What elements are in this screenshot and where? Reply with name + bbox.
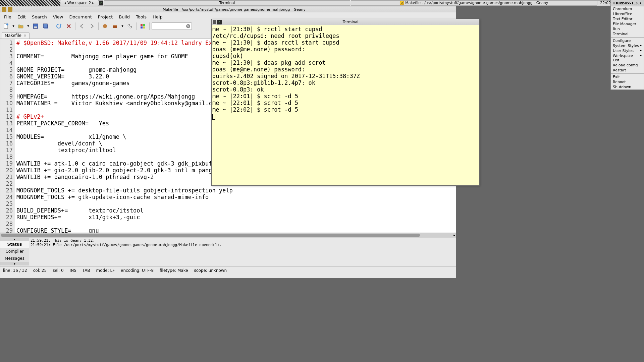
status-line: line: 16 / 32 <box>3 268 27 273</box>
workspace-prev-button[interactable]: ◄ <box>62 1 67 5</box>
menu-item-exit[interactable]: Exit <box>611 74 644 79</box>
menu-item-file-manager[interactable]: File Manager <box>611 21 644 26</box>
menu-item-terminal[interactable]: Terminal <box>611 32 644 37</box>
menu-item-libreoffice[interactable]: Libreoffice <box>611 11 644 16</box>
line-number-gutter: 1234567891011121314151617181920212223242… <box>0 39 15 233</box>
close-file-button[interactable] <box>64 22 73 31</box>
svg-rect-3 <box>34 26 37 28</box>
workspace-switcher: ◄ Workspace 2 ► <box>60 1 98 5</box>
svg-rect-14 <box>141 24 143 26</box>
toolbar-separator <box>75 22 75 30</box>
menu-search[interactable]: Search <box>29 13 50 21</box>
menu-item-shutdown[interactable]: Shutdown <box>611 84 644 89</box>
new-file-button[interactable] <box>2 22 10 31</box>
compile-button[interactable] <box>101 22 109 31</box>
app-icon <box>8 7 12 12</box>
open-recent-dropdown[interactable]: ▾ <box>26 24 30 28</box>
fluxbox-group-apps: ChromiumLibreofficeText EditorFile Manag… <box>611 6 644 37</box>
svg-line-13 <box>129 26 130 26</box>
app-icon <box>2 7 6 12</box>
menu-view[interactable]: View <box>50 13 66 21</box>
status-ins: INS <box>70 268 76 273</box>
svg-rect-5 <box>43 24 47 28</box>
build-dropdown[interactable]: ▾ <box>121 24 124 28</box>
menu-edit[interactable]: Edit <box>14 13 29 21</box>
taskbar-item-iconified[interactable]: > <box>98 0 103 6</box>
toolbar-separator <box>98 22 99 30</box>
reload-button[interactable] <box>54 22 63 31</box>
nav-back-button[interactable] <box>77 22 86 31</box>
status-sel: sel: 0 <box>53 268 63 273</box>
fluxbox-group-config: ConfigureSystem Styles▸User Styles▸Works… <box>611 38 644 73</box>
new-file-dropdown[interactable]: ▾ <box>12 24 15 28</box>
taskbar: ◄ Workspace 2 ► > Terminal 🙂 Makefile - … <box>0 0 644 6</box>
color-chooser-button[interactable] <box>139 22 147 31</box>
fluxbox-menu-title: Fluxbox-1.3.7 <box>611 0 644 6</box>
menu-document[interactable]: Document <box>66 13 95 21</box>
tab-messages[interactable]: Messages <box>0 255 29 262</box>
menu-item-restart[interactable]: Restart <box>611 68 644 73</box>
menu-tools[interactable]: Tools <box>133 13 150 21</box>
scroll-right-icon[interactable]: ▸ <box>453 233 455 237</box>
menu-item-reboot[interactable]: Reboot <box>611 79 644 84</box>
horizontal-scrollbar[interactable]: ▸ <box>0 233 456 238</box>
tab-compiler[interactable]: Compiler <box>0 248 29 255</box>
menu-item-workspace-list[interactable]: Workspace List▸ <box>611 53 644 63</box>
file-tab-label: Makefile <box>5 33 21 38</box>
window-menu-icon[interactable] <box>213 20 216 24</box>
menu-item-configure[interactable]: Configure <box>611 38 644 43</box>
menu-item-text-editor[interactable]: Text Editor <box>611 16 644 21</box>
toolbar-separator <box>136 22 137 30</box>
save-all-button[interactable] <box>41 22 50 31</box>
build-button[interactable] <box>111 22 119 31</box>
submenu-arrow-icon: ▸ <box>640 54 642 62</box>
fluxbox-menu: Fluxbox-1.3.7 ChromiumLibreofficeText Ed… <box>610 0 644 90</box>
toolbar-separator <box>149 22 150 30</box>
menu-separator <box>611 73 644 74</box>
clear-icon[interactable] <box>186 24 191 28</box>
taskbar-item-label: Makefile - /usr/ports/mystuff/games/gnom… <box>405 1 548 5</box>
menu-item-user-styles[interactable]: User Styles▸ <box>611 48 644 53</box>
window-title: Makefile - /usr/ports/mystuff/games/gnom… <box>14 7 454 12</box>
close-icon[interactable]: ✕ <box>23 34 26 38</box>
workspace-next-button[interactable]: ► <box>91 1 96 5</box>
save-button[interactable] <box>31 22 40 31</box>
tab-scroll-up[interactable]: ▴ <box>0 238 29 241</box>
scrollbar-thumb[interactable] <box>1 234 420 237</box>
window-title: Terminal <box>223 20 478 24</box>
status-log: 21:59:21: This is Geany 1.32.21:59:21: F… <box>29 238 456 266</box>
menu-build[interactable]: Build <box>116 13 133 21</box>
menu-project[interactable]: Project <box>95 13 116 21</box>
toolbar-separator <box>52 22 52 30</box>
window-titlebar[interactable]: Makefile - /usr/ports/mystuff/games/gnom… <box>0 6 456 12</box>
svg-point-1 <box>6 23 8 25</box>
open-file-button[interactable] <box>16 22 25 31</box>
terminal-output[interactable]: me ~ |21:30| $ rcctl start cupsd/etc/rc.… <box>212 25 479 120</box>
status-tab: TAB <box>83 268 90 273</box>
tab-scroll-down[interactable]: ▾ <box>0 262 29 265</box>
menu-file[interactable]: File <box>1 13 14 21</box>
terminal-window: > Terminal me ~ |21:30| $ rcctl start cu… <box>211 19 480 186</box>
terminal-icon: > <box>217 20 222 24</box>
submenu-arrow-icon: ▸ <box>640 49 642 53</box>
menu-item-chromium[interactable]: Chromium <box>611 6 644 11</box>
nav-forward-button[interactable] <box>88 22 96 31</box>
taskbar-item-terminal[interactable]: Terminal <box>104 0 350 6</box>
fluxbox-group-power: ExitRebootShutdown <box>611 74 644 89</box>
status-encoding: encoding: UTF-8 <box>121 268 154 273</box>
window-titlebar[interactable]: > Terminal <box>212 19 479 25</box>
tab-status[interactable]: Status <box>0 241 29 248</box>
menu-item-reload-config[interactable]: Reload config <box>611 63 644 68</box>
run-button[interactable] <box>125 22 134 31</box>
file-tab[interactable]: Makefile ✕ <box>2 32 30 39</box>
menu-help[interactable]: Help <box>150 13 166 21</box>
search-input[interactable] <box>152 22 192 30</box>
geany-icon: 🙂 <box>400 1 404 5</box>
menu-item-system-styles[interactable]: System Styles▸ <box>611 43 644 48</box>
menu-item-run[interactable]: Run <box>611 26 644 32</box>
svg-rect-17 <box>143 26 145 28</box>
bottom-pane-tabs: ▴ Status Compiler Messages ▾ <box>0 238 29 266</box>
workspace-label: Workspace 2 <box>67 1 91 5</box>
taskbar-item-geany[interactable]: 🙂 Makefile - /usr/ports/mystuff/games/gn… <box>351 0 597 6</box>
status-scope: scope: unknown <box>194 268 227 273</box>
